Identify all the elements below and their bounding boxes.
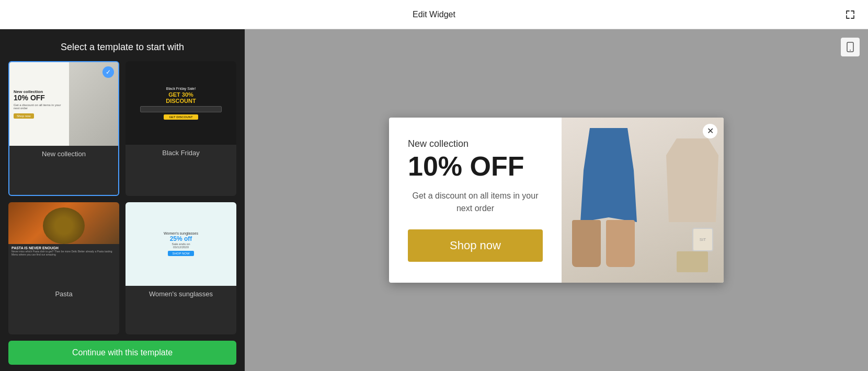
left-panel: Select a template to start with ✓ New co… bbox=[0, 29, 245, 371]
svg-point-1 bbox=[850, 50, 851, 51]
template-item-new-collection[interactable]: ✓ New collection 10% OFF Get a discount … bbox=[8, 61, 119, 196]
widget-subtitle: New collection bbox=[408, 138, 543, 149]
template-item-black-friday[interactable]: Black Friday Sale! GET 30% DISCOUNT GET … bbox=[125, 61, 236, 196]
tmpl-pasta-desc: Never miss which Pasta dish to get? Then… bbox=[12, 250, 116, 256]
tmpl-bf-input bbox=[140, 106, 222, 112]
template-label-1: New collection bbox=[9, 146, 118, 162]
widget-close-button[interactable]: ✕ bbox=[703, 124, 717, 138]
tmpl-nc-off: 10% OFF bbox=[14, 94, 65, 102]
widget-image-panel: ✕ SIT bbox=[562, 118, 724, 283]
right-panel: New collection 10% OFF Get a discount on… bbox=[245, 29, 868, 371]
tmpl-nc-desc: Get a discount on all items in your next… bbox=[14, 103, 65, 110]
cardigan-shape bbox=[666, 138, 718, 222]
widget-content-left: New collection 10% OFF Get a discount on… bbox=[389, 118, 562, 283]
widget-shop-button[interactable]: Shop now bbox=[408, 229, 543, 262]
template-thumbnail-3: PASTA IS NEVER ENOUGH Never miss which P… bbox=[8, 202, 119, 286]
continue-button[interactable]: Continue with this template bbox=[8, 341, 236, 365]
tmpl-bf-title: Black Friday Sale! bbox=[166, 87, 196, 90]
widget-title: 10% OFF bbox=[408, 152, 543, 181]
template-label-3: Pasta bbox=[8, 286, 119, 302]
tmpl-pasta-img bbox=[8, 202, 119, 244]
template-item-sunglasses[interactable]: Women's sunglasses 25% off Sale ends on … bbox=[125, 202, 236, 335]
templates-grid: ✓ New collection 10% OFF Get a discount … bbox=[0, 61, 245, 334]
tmpl-bf-get: GET 30% bbox=[168, 91, 193, 98]
tmpl-pasta-title: PASTA IS NEVER ENOUGH bbox=[12, 246, 116, 250]
template-thumbnail-4: Women's sunglasses 25% off Sale ends on … bbox=[125, 202, 236, 286]
template-thumbnail-1: New collection 10% OFF Get a discount on… bbox=[9, 62, 118, 146]
tmpl-sg-btn: SHOP NOW bbox=[168, 251, 193, 256]
package-shape bbox=[677, 251, 708, 272]
template-label-2: Black Friday bbox=[125, 145, 236, 161]
clothing-image: SIT bbox=[562, 118, 724, 283]
template-thumbnail-2: Black Friday Sale! GET 30% DISCOUNT GET … bbox=[125, 61, 236, 145]
tmpl-bf-discount: DISCOUNT bbox=[166, 98, 196, 104]
widget-popup: New collection 10% OFF Get a discount on… bbox=[389, 118, 724, 283]
tmpl-nc-btn: Shop now bbox=[14, 113, 34, 119]
header-title: Edit Widget bbox=[413, 10, 455, 19]
jeans-shape bbox=[577, 128, 640, 222]
panel-heading: Select a template to start with bbox=[0, 29, 245, 61]
boot-left-shape bbox=[572, 220, 601, 267]
mug-shape: SIT bbox=[692, 228, 713, 251]
template-item-pasta[interactable]: PASTA IS NEVER ENOUGH Never miss which P… bbox=[8, 202, 119, 335]
main-content: Select a template to start with ✓ New co… bbox=[0, 29, 868, 371]
tmpl-bf-btn: GET DISCOUNT bbox=[164, 114, 198, 120]
header: Edit Widget bbox=[0, 0, 868, 29]
widget-description: Get a discount on all items in your next… bbox=[408, 190, 543, 215]
boot-right-shape bbox=[606, 220, 635, 267]
mobile-view-button[interactable] bbox=[841, 38, 860, 56]
tmpl-sg-off: 25% off bbox=[170, 235, 192, 242]
selected-checkmark: ✓ bbox=[102, 66, 114, 78]
template-label-4: Women's sunglasses bbox=[125, 286, 236, 302]
tmpl-sg-title: Women's sunglasses bbox=[164, 231, 198, 235]
expand-button[interactable] bbox=[843, 7, 858, 22]
tmpl-sg-date: 03/12/2020 bbox=[173, 246, 189, 249]
